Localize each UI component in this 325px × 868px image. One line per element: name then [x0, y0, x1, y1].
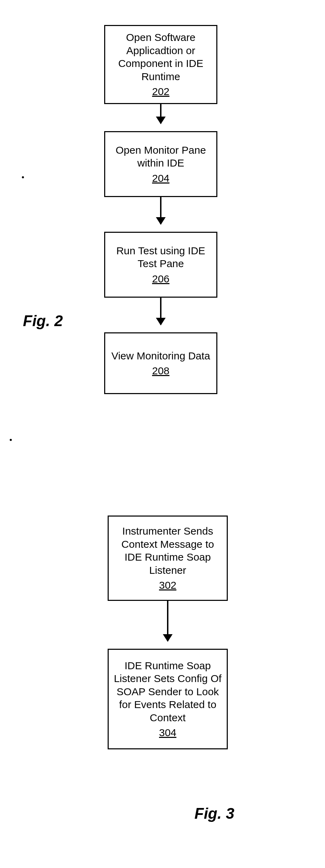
flow-box-204: Open Monitor Pane within IDE 204	[104, 131, 217, 197]
box-ref: 206	[152, 272, 169, 286]
arrow-204-206	[160, 197, 161, 224]
figure-2-label: Fig. 2	[23, 312, 63, 330]
box-text: Open Monitor Pane within IDE	[109, 144, 213, 170]
flow-box-206: Run Test using IDE Test Pane 206	[104, 232, 217, 298]
box-ref: 304	[159, 726, 176, 739]
stray-dot	[22, 176, 24, 178]
box-text: Open Software Applicadtion or Component …	[109, 31, 213, 83]
arrow-206-208	[160, 298, 161, 325]
arrow-202-204	[160, 104, 161, 124]
box-ref: 208	[152, 364, 169, 377]
flow-box-202: Open Software Applicadtion or Component …	[104, 25, 217, 104]
flow-box-208: View Monitoring Data 208	[104, 332, 217, 394]
arrow-302-304	[167, 601, 168, 641]
flow-box-302: Instrumenter Sends Context Message to ID…	[108, 516, 228, 601]
box-ref: 202	[152, 85, 169, 98]
box-text: View Monitoring Data	[111, 349, 210, 363]
stray-dot	[10, 439, 12, 441]
box-text: IDE Runtime Soap Listener Sets Config Of…	[112, 659, 223, 724]
box-text: Instrumenter Sends Context Message to ID…	[112, 525, 223, 577]
box-text: Run Test using IDE Test Pane	[109, 244, 213, 270]
box-ref: 302	[159, 579, 176, 592]
diagram-canvas: Open Software Applicadtion or Component …	[0, 0, 325, 868]
figure-3-label: Fig. 3	[194, 805, 234, 822]
box-ref: 204	[152, 172, 169, 185]
flow-box-304: IDE Runtime Soap Listener Sets Config Of…	[108, 649, 228, 749]
